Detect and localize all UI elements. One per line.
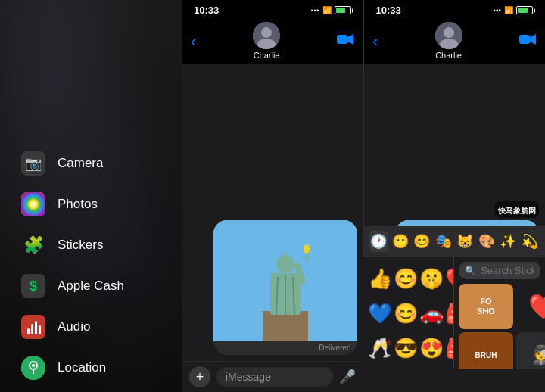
left-panel: 📷 Camera Photos 🧩 Stickers $ Apple Cash … [0, 0, 182, 392]
svg-point-27 [304, 244, 310, 254]
emoji-grid: 👍 😊 🤫 ❤️ 😄 💙 😊 🚗 🎒 😢 🥂 😎 😍 🎒 😭 [363, 257, 453, 369]
emoji-grid-section: 👍 😊 🤫 ❤️ 😄 💙 😊 🚗 🎒 😢 🥂 😎 😍 🎒 😭 [363, 257, 454, 369]
contact-info-left[interactable]: Charlie [253, 22, 280, 60]
phone-left: 10:33 ▪▪▪ 📶 ‹ Charlie [182, 0, 364, 392]
video-call-button-left[interactable] [337, 33, 353, 49]
battery-icon-right [516, 6, 533, 14]
svg-rect-4 [35, 321, 37, 334]
location-icon [21, 356, 45, 380]
wifi-icon-right: 📶 [504, 6, 513, 14]
svg-rect-5 [39, 325, 41, 334]
contact-name-left: Charlie [254, 51, 280, 60]
sidebar-item-more[interactable]: More [15, 389, 182, 392]
tab-symbols[interactable]: ✨ [499, 231, 518, 252]
emoji-sticker-panel: 🕐 😶 😊 🎭 😸 🎨 ✨ 💫 👍 😊 🤫 ❤️ 😄 💙 😊 [363, 226, 545, 392]
back-button-left[interactable]: ‹ [191, 33, 196, 50]
video-call-button-right[interactable] [519, 33, 536, 49]
status-time-right: 10:33 [376, 5, 401, 16]
emoji-shush[interactable]: 🤫 [419, 262, 444, 295]
plus-button-left[interactable]: + [189, 366, 210, 387]
sidebar-item-location[interactable]: Location [15, 348, 182, 387]
tab-recent[interactable]: 🕐 [369, 231, 388, 252]
emoji-bag[interactable]: 🎒 [445, 331, 454, 365]
emoji-thumbsup[interactable]: 👍 [368, 262, 392, 295]
status-bar-left: 10:33 ▪▪▪ 📶 [182, 0, 363, 19]
emoji-blue-heart[interactable]: 💙 [368, 297, 392, 330]
imessage-input-left[interactable]: iMessage [216, 367, 333, 387]
location-label: Location [58, 360, 106, 375]
emoji-smiling[interactable]: 😊 [394, 297, 418, 330]
svg-rect-31 [519, 35, 530, 44]
avatar-left [253, 22, 280, 49]
sidebar-item-camera[interactable]: 📷 Camera [15, 144, 182, 183]
contact-info-right[interactable]: Charlie [435, 22, 462, 60]
input-bar-left: + iMessage 🎤 [182, 361, 363, 392]
svg-point-6 [21, 356, 45, 380]
status-icons-right: ▪▪▪ 📶 [493, 6, 533, 14]
sidebar-item-photos[interactable]: Photos [15, 185, 182, 224]
message-bubble-left: Delivered [213, 220, 357, 355]
svg-rect-3 [31, 324, 33, 334]
photos-label: Photos [58, 197, 98, 212]
svg-rect-13 [337, 35, 347, 44]
sticker-bruh[interactable]: BRUH [459, 332, 513, 369]
sticker-section: 🔍 FOSHO ❤️ 🎩 🎩 BRUH 🕵️ TRUEDAT 🕵️ [454, 257, 545, 369]
emoji-smile[interactable]: 😊 [394, 262, 418, 295]
contact-name-right: Charlie [435, 51, 462, 60]
stickers-label: Stickers [58, 238, 103, 253]
photos-icon [21, 192, 45, 216]
watermark-text: 快马象航网 [498, 207, 536, 215]
watermark: 快马象航网 [495, 201, 539, 218]
svg-point-21 [276, 255, 294, 273]
tab-objects[interactable]: 🎨 [478, 231, 497, 252]
sticker-heart[interactable]: ❤️ [516, 284, 545, 329]
audio-icon [21, 315, 45, 339]
sidebar-item-apple-cash[interactable]: $ Apple Cash [15, 266, 182, 306]
svg-point-8 [32, 364, 35, 367]
svg-rect-16 [263, 311, 308, 341]
emoji-car[interactable]: 🚗 [419, 297, 444, 330]
camera-label: Camera [58, 156, 103, 171]
tab-flags[interactable]: 💫 [521, 231, 540, 252]
battery-icon-left [335, 6, 351, 14]
status-icons-left: ▪▪▪ 📶 [311, 6, 351, 14]
sticker-detective[interactable]: 🕵️ [516, 332, 545, 369]
search-icon: 🔍 [465, 266, 476, 276]
tab-faces[interactable]: 😶 [391, 231, 410, 252]
back-button-right[interactable]: ‹ [373, 33, 378, 50]
status-time-left: 10:33 [194, 5, 219, 16]
emoji-tab-bar: 🕐 😶 😊 🎭 😸 🎨 ✨ 💫 [363, 226, 545, 257]
emoji-heart[interactable]: ❤️ [445, 262, 454, 295]
emoji-toast[interactable]: 🥂 [368, 331, 392, 365]
nav-bar-right: ‹ Charlie [364, 19, 546, 64]
svg-rect-0 [21, 192, 45, 216]
emoji-backpack[interactable]: 🎒 [445, 297, 454, 330]
mic-button-left[interactable]: 🎤 [339, 369, 356, 385]
stickers-icon: 🧩 [21, 233, 45, 257]
message-area-left: Delivered [182, 64, 363, 361]
camera-icon: 📷 [21, 151, 45, 176]
tab-activities[interactable]: 🎭 [434, 231, 453, 252]
avatar-right [435, 22, 462, 49]
delivered-text-left: Delivered [213, 341, 357, 355]
svg-rect-2 [27, 328, 30, 334]
emoji-cool[interactable]: 😎 [394, 331, 418, 365]
tab-animals[interactable]: 😸 [456, 231, 475, 252]
tab-smileys[interactable]: 😊 [413, 231, 431, 252]
signal-icon-right: ▪▪▪ [493, 6, 501, 14]
sticker-grid: FOSHO ❤️ 🎩 🎩 BRUH 🕵️ TRUEDAT 🕵️ [454, 284, 545, 369]
sidebar-item-stickers[interactable]: 🧩 Stickers [15, 226, 182, 265]
apple-cash-label: Apple Cash [58, 278, 124, 294]
svg-marker-32 [530, 34, 536, 45]
sidebar-item-audio[interactable]: Audio [15, 307, 182, 347]
signal-icon: ▪▪▪ [311, 6, 319, 14]
sticker-search-bar[interactable]: 🔍 [459, 262, 540, 279]
emoji-heart-eyes[interactable]: 😍 [419, 331, 444, 365]
menu-items-list: 📷 Camera Photos 🧩 Stickers $ Apple Cash … [0, 0, 182, 392]
svg-point-11 [261, 27, 272, 38]
svg-point-29 [444, 27, 454, 38]
sticker-search-input[interactable] [481, 265, 534, 276]
wifi-icon: 📶 [322, 6, 332, 14]
svg-marker-14 [347, 34, 353, 45]
sticker-fo-sho[interactable]: FOSHO [459, 284, 513, 329]
